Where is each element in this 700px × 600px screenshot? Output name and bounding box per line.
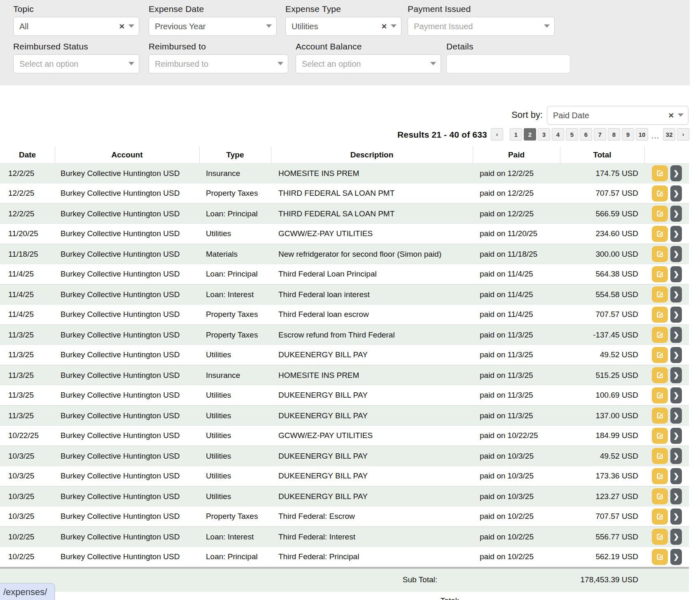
row-details-button[interactable]: ❯ [670,428,682,444]
edit-button[interactable] [652,185,668,202]
row-details-button[interactable]: ❯ [670,448,682,464]
chevron-right-icon: ❯ [673,512,679,521]
edit-button[interactable] [652,307,668,323]
page-button[interactable]: 6 [580,128,592,141]
page-button[interactable]: 8 [608,128,620,141]
prev-page-button[interactable]: ‹ [491,128,503,141]
chevron-down-icon[interactable] [128,62,134,65]
row-details-button[interactable]: ❯ [670,408,682,424]
edit-button[interactable] [652,387,668,403]
edit-button[interactable] [652,488,668,504]
cell-total: 707.57 USD [560,189,644,198]
edit-button[interactable] [652,246,668,262]
row-details-button[interactable]: ❯ [670,468,682,484]
edit-button[interactable] [652,206,668,222]
page-button[interactable]: 2 [524,128,536,141]
cell-description: Third Federal: Interest [271,532,473,541]
row-details-button[interactable]: ❯ [670,387,682,403]
edit-button[interactable] [652,428,668,444]
edit-button[interactable] [652,367,668,383]
cell-type: Utilities [199,471,271,480]
chevron-right-icon: ❯ [673,391,679,400]
edit-button[interactable] [652,529,668,545]
row-details-button[interactable]: ❯ [670,226,682,242]
sort-by-label: Sort by: [511,110,543,120]
cell-total: 174.75 USD [560,169,644,178]
chevron-down-icon[interactable] [430,62,436,65]
edit-button[interactable] [652,347,668,363]
row-details-button[interactable]: ❯ [670,488,682,504]
page-button[interactable]: 5 [566,128,578,141]
chevron-right-icon: ❯ [673,250,679,258]
page-button[interactable]: 7 [594,128,606,141]
row-details-button[interactable]: ❯ [670,307,682,323]
table-row: 10/2/25 Burkey Collective Huntington USD… [0,527,689,547]
cell-account: Burkey Collective Huntington USD [55,250,199,259]
row-details-button[interactable]: ❯ [670,367,682,383]
chevron-down-icon[interactable] [128,24,134,28]
edit-button[interactable] [652,549,668,565]
cell-date: 12/2/25 [0,169,55,178]
table-body: 12/2/25 Burkey Collective Huntington USD… [0,163,689,567]
cell-type: Loan: Principal [199,270,271,279]
page-button[interactable]: 3 [538,128,550,141]
edit-button[interactable] [652,286,668,302]
chevron-down-icon[interactable] [266,24,272,28]
sort-value: Paid Date [553,111,589,120]
reimbursed-status-select[interactable]: Select an option [13,54,139,73]
next-page-button[interactable]: › [677,128,689,141]
row-details-button[interactable]: ❯ [670,185,682,202]
edit-button[interactable] [652,226,668,242]
edit-button[interactable] [652,327,668,343]
cell-actions: ❯ [644,347,689,363]
cell-paid: paid on 10/22/25 [473,431,560,440]
edit-pencil-icon [656,290,664,299]
cell-paid: paid on 12/2/25 [473,189,560,198]
edit-button[interactable] [652,408,668,424]
edit-button[interactable] [652,468,668,484]
row-details-button[interactable]: ❯ [670,266,682,282]
row-details-button[interactable]: ❯ [670,206,682,222]
cell-paid: paid on 12/2/25 [473,209,560,218]
edit-button[interactable] [652,448,668,464]
page-button[interactable]: 1 [510,128,522,141]
expense-type-clear-icon[interactable]: ✕ [381,23,387,30]
cell-type: Utilities [199,431,271,440]
row-details-button[interactable]: ❯ [670,327,682,343]
last-page-button[interactable]: 32 [663,128,675,141]
payment-issued-select[interactable]: Payment Issued [408,17,555,36]
edit-button[interactable] [652,165,668,181]
row-details-button[interactable]: ❯ [670,549,682,565]
chevron-down-icon[interactable] [391,24,397,28]
expense-date-select[interactable]: Previous Year [149,17,277,36]
row-details-button[interactable]: ❯ [670,165,682,181]
row-details-button[interactable]: ❯ [670,246,682,262]
edit-button[interactable] [652,509,668,525]
topic-select[interactable]: All ✕ [13,17,139,36]
row-details-button[interactable]: ❯ [670,286,682,302]
cell-total: 300.00 USD [560,250,644,259]
row-details-button[interactable]: ❯ [670,347,682,363]
chevron-down-icon[interactable] [678,113,684,117]
cell-paid: paid on 11/18/25 [473,250,560,259]
edit-button[interactable] [652,266,668,282]
table-row: 12/2/25 Burkey Collective Huntington USD… [0,204,689,224]
sort-select[interactable]: Paid Date ✕ [547,106,688,125]
cell-description: Third Federal: Principal [271,552,473,561]
account-balance-select[interactable]: Select an option [296,54,441,73]
expense-type-select[interactable]: Utilities ✕ [285,17,401,36]
row-details-button[interactable]: ❯ [670,509,682,525]
cell-type: Materials [199,250,271,259]
cell-description: DUKEENERGY BILL PAY [271,350,473,359]
row-details-button[interactable]: ❯ [670,529,682,545]
chevron-down-icon[interactable] [278,62,283,65]
page-button[interactable]: 9 [622,128,634,141]
details-input[interactable] [446,54,570,73]
chevron-down-icon[interactable] [544,24,550,28]
page-button[interactable]: 10 [636,128,648,141]
topic-clear-icon[interactable]: ✕ [119,23,125,30]
cell-description: Escrow refund from Third Federal [271,330,473,340]
page-button[interactable]: 4 [552,128,564,141]
sort-clear-icon[interactable]: ✕ [668,112,674,119]
reimbursed-to-select[interactable]: Reimbursed to [149,54,288,73]
